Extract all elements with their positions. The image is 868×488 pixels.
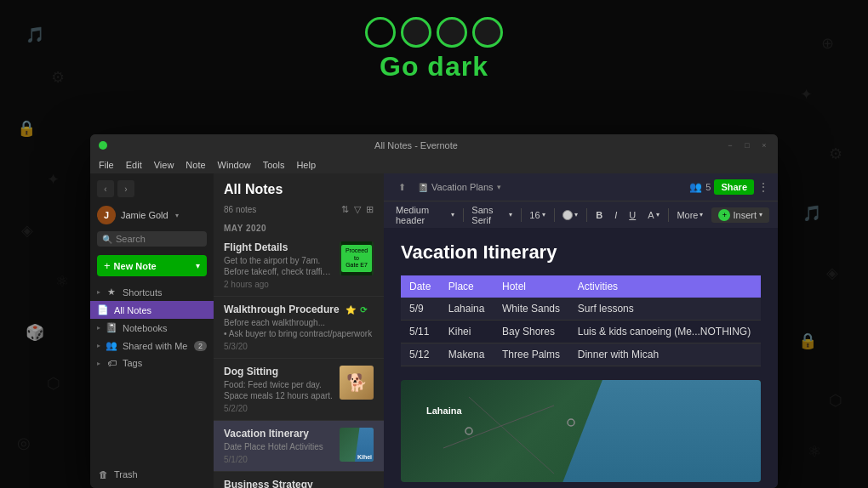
logo-circle-4 bbox=[472, 17, 503, 48]
note-item-date: 2 hours ago bbox=[224, 280, 334, 289]
nav-forward-button[interactable]: › bbox=[117, 180, 134, 197]
toolbar-divider bbox=[463, 208, 464, 222]
note-thumbnail: Kihei bbox=[340, 428, 374, 462]
sidebar-item-label: Trash bbox=[114, 469, 138, 479]
share-icon[interactable]: ⬆ bbox=[392, 178, 411, 196]
insert-icon: + bbox=[718, 209, 730, 221]
view-icon[interactable]: ⊞ bbox=[366, 204, 374, 215]
chevron-down-icon: ▾ bbox=[451, 211, 454, 218]
app-content: ‹ › J Jamie Gold ▾ 🔍 Search + New Note ▾… bbox=[90, 173, 778, 488]
svg-line-3 bbox=[469, 397, 554, 474]
nav-back-button[interactable]: ‹ bbox=[97, 180, 114, 197]
filter-icon[interactable]: ▽ bbox=[354, 204, 361, 215]
font-color-button[interactable]: A ▾ bbox=[644, 208, 662, 222]
close-button[interactable]: × bbox=[759, 140, 769, 150]
note-item-date: 5/3/20 bbox=[224, 342, 374, 351]
note-item-title: Dog Sitting bbox=[224, 366, 334, 377]
expander-icon: ▸ bbox=[97, 288, 100, 296]
window-controls: − □ × bbox=[725, 140, 769, 150]
sort-icon[interactable]: ⇅ bbox=[341, 204, 349, 215]
editor-top-bar: ⬆ 📓 Vacation Plans ▾ 👥 5 Share ⋮ bbox=[384, 173, 778, 201]
sidebar: ‹ › J Jamie Gold ▾ 🔍 Search + New Note ▾… bbox=[90, 173, 214, 488]
new-note-button[interactable]: + New Note ▾ bbox=[97, 255, 207, 276]
table-cell: White Sands bbox=[494, 298, 569, 321]
menu-edit[interactable]: Edit bbox=[126, 160, 142, 170]
text-style-selector[interactable]: Medium header ▾ bbox=[392, 203, 458, 227]
star-icon: ★ bbox=[106, 287, 117, 298]
chevron-down-icon: ▾ bbox=[497, 183, 501, 191]
note-item-flight[interactable]: Flight Details Get to the airport by 7am… bbox=[214, 235, 384, 297]
sidebar-item-all-notes[interactable]: 📄 All Notes bbox=[90, 301, 214, 319]
chevron-down-icon: ▾ bbox=[196, 261, 200, 270]
menu-note[interactable]: Note bbox=[186, 160, 205, 170]
logo-circle-2 bbox=[401, 17, 431, 48]
sidebar-item-tags[interactable]: ▸ 🏷 Tags bbox=[90, 355, 214, 372]
table-cell: Bay Shores bbox=[494, 321, 569, 343]
table-header-place: Place bbox=[440, 275, 494, 298]
table-row: 5/12 Makena Three Palms Dinner with Mica… bbox=[401, 343, 761, 366]
sidebar-nav: ‹ › bbox=[90, 179, 214, 202]
editor-body[interactable]: Vacation Itinerary Date Place Hotel Acti… bbox=[384, 228, 778, 488]
text-color-button[interactable]: ▾ bbox=[559, 208, 581, 222]
italic-button[interactable]: I bbox=[611, 208, 620, 222]
note-thumbnail: Proceed toGate E7 bbox=[340, 241, 374, 275]
people-icon: 👥 bbox=[689, 181, 702, 193]
toolbar-divider bbox=[586, 208, 587, 222]
itinerary-table: Date Place Hotel Activities 5/9 Lahaina … bbox=[401, 275, 761, 366]
sidebar-item-shared[interactable]: ▸ 👥 Shared with Me 2 bbox=[90, 337, 214, 355]
user-profile[interactable]: J Jamie Gold ▾ bbox=[90, 202, 214, 228]
more-options-button[interactable]: ⋮ bbox=[757, 180, 769, 194]
note-item-content: Walkthrough Procedure ⭐ ⟳ Before each wa… bbox=[224, 304, 374, 351]
note-item-content: Dog Sitting Food: Feed twice per day. Sp… bbox=[224, 366, 334, 413]
note-item-vacation[interactable]: Vacation Itinerary Date Place Hotel Acti… bbox=[214, 421, 384, 472]
table-cell: 5/12 bbox=[401, 343, 440, 366]
note-item-business[interactable]: Business Strategy bbox=[214, 472, 384, 488]
font-size-selector[interactable]: 16 ▾ bbox=[526, 208, 548, 222]
note-item-dog[interactable]: Dog Sitting Food: Feed twice per day. Sp… bbox=[214, 359, 384, 421]
chevron-down-icon: ▾ bbox=[542, 211, 545, 218]
font-family-selector[interactable]: Sans Serif ▾ bbox=[468, 203, 515, 227]
sidebar-nav-section: ▸ ★ Shortcuts 📄 All Notes ▸ 📓 Notebooks … bbox=[90, 281, 214, 373]
note-item-content: Vacation Itinerary Date Place Hotel Acti… bbox=[224, 428, 334, 464]
user-name: Jamie Gold bbox=[121, 210, 168, 220]
logo-circle-3 bbox=[437, 17, 467, 48]
notes-count: 86 notes bbox=[224, 205, 334, 214]
star-badge-icon: ⭐ bbox=[345, 305, 356, 315]
sidebar-item-shortcuts[interactable]: ▸ ★ Shortcuts bbox=[90, 283, 214, 301]
note-item-walkthrough[interactable]: Walkthrough Procedure ⭐ ⟳ Before each wa… bbox=[214, 297, 384, 359]
sidebar-item-trash[interactable]: 🗑 Trash bbox=[90, 466, 214, 483]
app-favicon bbox=[99, 141, 107, 150]
menu-help[interactable]: Help bbox=[296, 160, 316, 170]
table-cell: 5/11 bbox=[401, 321, 440, 343]
notebook-breadcrumb: 📓 Vacation Plans ▾ bbox=[418, 182, 501, 192]
note-item-preview: Before each walkthrough...• Ask buyer to… bbox=[224, 317, 374, 339]
menu-tools[interactable]: Tools bbox=[263, 160, 285, 170]
note-item-title: Vacation Itinerary bbox=[224, 428, 334, 440]
underline-button[interactable]: U bbox=[625, 208, 639, 222]
bold-button[interactable]: B bbox=[592, 208, 606, 222]
note-thumbnail: 🐕 bbox=[340, 366, 374, 400]
toolbar-divider bbox=[554, 208, 555, 222]
note-item-preview: Get to the airport by 7am.Before takeoff… bbox=[224, 255, 334, 277]
menu-view[interactable]: View bbox=[154, 160, 174, 170]
insert-button[interactable]: + Insert ▾ bbox=[711, 207, 769, 223]
minimize-button[interactable]: − bbox=[725, 140, 735, 150]
sync-icon: ⟳ bbox=[360, 305, 367, 315]
expander-icon: ▸ bbox=[97, 342, 100, 349]
notes-tools: ⇅ ▽ ⊞ bbox=[341, 204, 374, 215]
menu-window[interactable]: Window bbox=[218, 160, 251, 170]
menu-file[interactable]: File bbox=[99, 160, 114, 170]
trash-icon: 🗑 bbox=[97, 469, 109, 479]
share-button[interactable]: Share bbox=[714, 179, 754, 195]
table-cell: Makena bbox=[440, 343, 494, 366]
sidebar-item-label: Shortcuts bbox=[123, 287, 162, 298]
note-item-title: Walkthrough Procedure ⭐ ⟳ bbox=[224, 304, 374, 315]
more-formatting-button[interactable]: More ▾ bbox=[673, 208, 706, 222]
maximize-button[interactable]: □ bbox=[742, 140, 752, 150]
editor-toolbar: Medium header ▾ Sans Serif ▾ 16 ▾ ▾ bbox=[384, 201, 778, 228]
search-box[interactable]: 🔍 Search bbox=[97, 231, 207, 247]
window-title: All Notes - Evernote bbox=[112, 140, 720, 150]
sidebar-item-notebooks[interactable]: ▸ 📓 Notebooks bbox=[90, 319, 214, 337]
notes-meta: 86 notes ⇅ ▽ ⊞ bbox=[214, 201, 384, 218]
note-item-title: Flight Details bbox=[224, 241, 334, 253]
